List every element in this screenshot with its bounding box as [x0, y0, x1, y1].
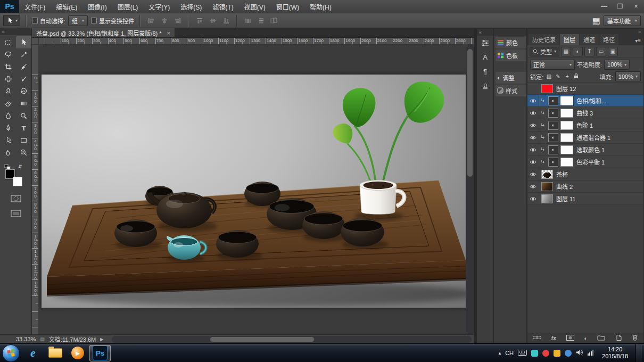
styles-panel-button[interactable]: 样式 — [496, 85, 526, 96]
auto-select-target-dropdown[interactable]: 组▾ — [68, 15, 88, 26]
vertical-scrollbar-thumb[interactable] — [467, 49, 473, 177]
quick-mask-icon[interactable] — [11, 195, 21, 204]
layer-visibility-toggle[interactable] — [527, 131, 539, 143]
layer-visibility-toggle[interactable] — [527, 95, 539, 106]
screen-mode-icon[interactable] — [11, 210, 21, 219]
panel-tab[interactable]: 图层 — [560, 34, 579, 45]
menu-item[interactable]: 文字(Y) — [143, 0, 175, 13]
panel-tab[interactable]: 路径 — [599, 34, 618, 45]
photo-document[interactable] — [42, 75, 466, 308]
layer-row[interactable]: ◐通道混合器 1 — [527, 131, 643, 144]
layer-thumbnail[interactable] — [541, 194, 553, 203]
adjustment-thumbnail[interactable]: ◐ — [548, 133, 558, 142]
expand-panels-button[interactable]: « — [477, 29, 493, 36]
layer-row[interactable]: ◐色相/饱和... — [527, 95, 643, 107]
zoom-tool[interactable] — [16, 146, 31, 159]
align-horizontal-centers-icon[interactable] — [159, 15, 169, 26]
filter-shape-layers-icon[interactable]: ▭ — [596, 47, 606, 56]
layer-name[interactable]: 色阶 1 — [576, 121, 593, 129]
filter-type-dropdown[interactable]: 类型 ▾ — [530, 47, 559, 56]
swap-colors-icon[interactable]: ⇵ — [18, 164, 22, 169]
checkbox-icon[interactable] — [32, 18, 38, 23]
layer-visibility-toggle[interactable] — [527, 193, 539, 204]
layer-row[interactable]: ◐色彩平衡 1 — [527, 156, 643, 168]
align-left-edges-icon[interactable] — [146, 15, 156, 26]
layer-visibility-toggle[interactable] — [527, 168, 539, 180]
eyedropper-tool[interactable] — [16, 61, 31, 73]
layer-row[interactable]: ◐色阶 1 — [527, 119, 643, 131]
adjustments-panel-button[interactable]: ◐ 调整 — [496, 72, 526, 84]
minimize-icon[interactable]: — — [596, 0, 612, 13]
menu-item[interactable]: 编辑(E) — [51, 0, 82, 13]
ruler-origin[interactable] — [32, 38, 39, 45]
chat-app-tray-icon[interactable] — [531, 350, 538, 357]
layer-name[interactable]: 色相/饱和... — [576, 96, 606, 105]
new-layer-icon[interactable] — [615, 334, 622, 342]
collapse-to-icons-icon[interactable]: » — [638, 29, 641, 35]
filter-pixel-layers-icon[interactable]: ▦ — [561, 47, 571, 56]
menu-item[interactable]: 滤镜(T) — [207, 0, 238, 13]
layer-row[interactable]: 图层 11 — [527, 193, 643, 205]
add-layer-mask-icon[interactable] — [566, 335, 574, 342]
canvas[interactable] — [39, 45, 466, 334]
layer-mask-thumbnail[interactable] — [560, 145, 573, 154]
path-selection-tool[interactable] — [1, 134, 16, 146]
layer-thumbnail[interactable] — [541, 84, 553, 93]
checkbox-icon[interactable] — [91, 18, 97, 23]
lock-position-icon[interactable]: + — [564, 73, 571, 79]
layer-mask-thumbnail[interactable] — [560, 158, 573, 167]
layer-visibility-toggle[interactable] — [527, 144, 539, 155]
character-panel-icon[interactable]: A — [477, 50, 493, 64]
crop-tool[interactable] — [1, 61, 16, 73]
panel-tab[interactable]: 通道 — [580, 34, 599, 45]
filter-type-layers-icon[interactable]: T — [584, 47, 595, 56]
file-explorer-button[interactable] — [45, 345, 66, 361]
align-vertical-centers-icon[interactable] — [208, 15, 218, 26]
menu-item[interactable]: 视图(V) — [239, 0, 271, 13]
pen-tool[interactable] — [1, 122, 16, 134]
adjustment-thumbnail[interactable]: ◐ — [548, 109, 558, 118]
layer-visibility-toggle[interactable] — [527, 119, 539, 131]
hand-tool[interactable] — [1, 146, 16, 159]
layer-mask-thumbnail[interactable] — [560, 133, 573, 142]
opacity-dropdown[interactable]: 100%▾ — [604, 60, 630, 70]
layer-row[interactable]: 曲线 2 — [527, 180, 643, 193]
zoom-level-field[interactable]: 33.33% — [16, 336, 36, 342]
quick-selection-tool[interactable] — [16, 48, 31, 61]
color-panel-button[interactable]: 颜色 — [496, 37, 526, 48]
menu-item[interactable]: 窗口(W) — [271, 0, 304, 13]
type-tool[interactable]: T — [16, 122, 31, 134]
lock-pixels-icon[interactable]: ✎ — [555, 73, 562, 79]
layer-row[interactable]: ◐选取颜色 1 — [527, 144, 643, 156]
dodge-tool[interactable] — [16, 110, 31, 122]
auto-align-layers-icon[interactable] — [269, 15, 279, 26]
background-color-swatch[interactable] — [13, 177, 22, 186]
move-tool[interactable] — [16, 36, 31, 48]
healing-brush-tool[interactable] — [1, 73, 16, 85]
network-icon[interactable] — [587, 350, 595, 357]
filter-smart-objects-icon[interactable]: ▣ — [608, 47, 618, 56]
layer-name[interactable]: 图层 11 — [556, 194, 575, 203]
panel-menu-icon[interactable]: ▾≡ — [632, 38, 643, 45]
align-right-edges-icon[interactable] — [172, 15, 183, 26]
rectangle-tool[interactable] — [16, 134, 31, 146]
document-tab[interactable]: 茶盘.psd @ 33.3% (色相/饱和度 1, 图层蒙版/8) * × — [32, 28, 175, 37]
history-brush-tool[interactable] — [16, 85, 31, 97]
close-tab-icon[interactable]: × — [167, 30, 170, 36]
layer-name[interactable]: 通道混合器 1 — [576, 133, 610, 142]
layer-mask-thumbnail[interactable] — [560, 121, 573, 130]
link-layers-icon[interactable] — [533, 335, 541, 341]
layer-name[interactable]: 图层 12 — [556, 84, 576, 93]
lasso-tool[interactable] — [1, 48, 16, 61]
clone-source-panel-icon[interactable] — [477, 79, 493, 93]
rectangular-marquee-tool[interactable] — [1, 36, 16, 48]
volume-icon[interactable] — [576, 349, 583, 357]
brush-tool[interactable] — [16, 73, 31, 85]
status-menu-arrow-icon[interactable]: ▶ — [100, 337, 103, 342]
close-icon[interactable]: × — [628, 0, 644, 13]
adjustment-thumbnail[interactable]: ◐ — [548, 145, 558, 154]
input-language-indicator[interactable]: CH — [505, 350, 514, 356]
workspace-dropdown[interactable]: 基本功能▾ — [604, 15, 641, 26]
lock-all-icon[interactable] — [573, 73, 580, 80]
delete-layer-icon[interactable] — [632, 334, 638, 342]
